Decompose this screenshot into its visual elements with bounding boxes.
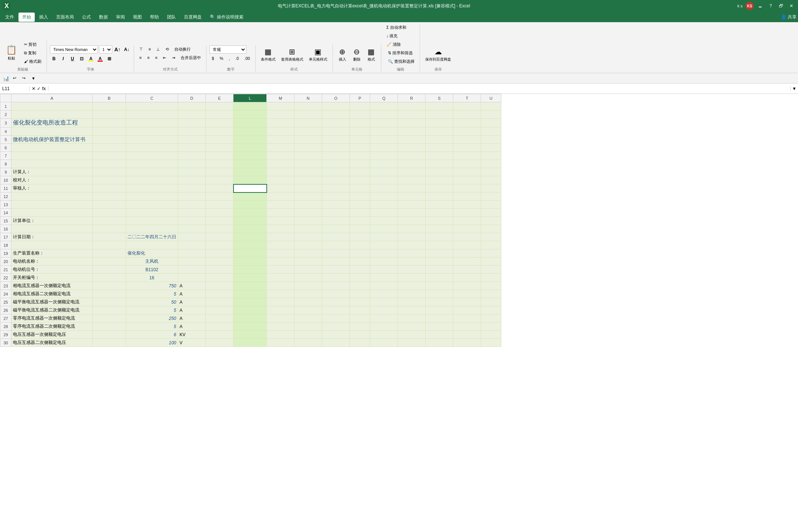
decrease-font-button[interactable]: A↓ (123, 45, 131, 54)
cell-E26[interactable] (206, 306, 233, 314)
cell-P14[interactable] (350, 209, 370, 217)
cell-U12[interactable] (481, 192, 501, 201)
cell-E30[interactable] (206, 339, 233, 347)
cell-S13[interactable] (426, 201, 453, 209)
cell-B27[interactable] (93, 314, 126, 323)
cell-T10[interactable] (453, 176, 481, 184)
cell-S5[interactable] (426, 136, 453, 144)
cell-P12[interactable] (350, 192, 370, 201)
col-header-R[interactable]: R (398, 94, 426, 102)
cell-P16[interactable] (350, 225, 370, 233)
cell-R10[interactable] (398, 176, 426, 184)
menu-review[interactable]: 审阅 (112, 13, 129, 22)
cell-A21[interactable]: 电动机位号： (11, 266, 93, 274)
cell-D16[interactable] (178, 225, 206, 233)
cell-P13[interactable] (350, 201, 370, 209)
col-header-Q[interactable]: Q (370, 94, 398, 102)
cell-R19[interactable] (398, 249, 426, 258)
cell-A2[interactable] (11, 110, 93, 119)
cell-L13[interactable] (233, 201, 267, 209)
percent-button[interactable]: % (217, 55, 225, 62)
cell-P19[interactable] (350, 249, 370, 258)
cell-N9[interactable] (294, 168, 322, 176)
cell-E13[interactable] (206, 201, 233, 209)
cell-O26[interactable] (322, 306, 350, 314)
cell-O3[interactable] (322, 119, 350, 127)
cell-M14[interactable] (267, 209, 294, 217)
cell-E16[interactable] (206, 225, 233, 233)
cell-N23[interactable] (294, 282, 322, 290)
cell-C17[interactable]: 二〇二二年四月二十六日 (126, 233, 178, 241)
cell-Q11[interactable] (370, 184, 398, 192)
cell-C21[interactable]: B1102 (126, 266, 178, 274)
cell-Q26[interactable] (370, 306, 398, 314)
italic-button[interactable]: I (59, 55, 67, 63)
cell-T24[interactable] (453, 290, 481, 298)
cell-B12[interactable] (93, 192, 126, 201)
cell-R21[interactable] (398, 266, 426, 274)
cell-M11[interactable] (267, 184, 294, 192)
cell-Q8[interactable] (370, 160, 398, 168)
cell-S7[interactable] (426, 152, 453, 160)
cell-A23[interactable]: 相电流互感器一次侧额定电流 (11, 282, 93, 290)
cell-R28[interactable] (398, 323, 426, 331)
col-header-N[interactable]: N (294, 94, 322, 102)
cell-O25[interactable] (322, 298, 350, 306)
cell-E10[interactable] (206, 176, 233, 184)
cell-R17[interactable] (398, 233, 426, 241)
cell-D14[interactable] (178, 209, 206, 217)
cell-R27[interactable] (398, 314, 426, 323)
cell-B10[interactable] (93, 176, 126, 184)
cell-A15[interactable]: 计算单位： (11, 217, 93, 225)
formula-input[interactable] (48, 86, 790, 91)
cell-P27[interactable] (350, 314, 370, 323)
cell-S18[interactable] (426, 241, 453, 249)
wrap-text-button[interactable]: 自动换行 (172, 45, 193, 53)
cell-E2[interactable] (206, 110, 233, 119)
cell-Q2[interactable] (370, 110, 398, 119)
cell-B26[interactable] (93, 306, 126, 314)
fill-color-button[interactable]: A (87, 55, 95, 63)
cell-L19[interactable] (233, 249, 267, 258)
cell-O2[interactable] (322, 110, 350, 119)
cell-R20[interactable] (398, 258, 426, 266)
cell-N25[interactable] (294, 298, 322, 306)
cell-E1[interactable] (206, 102, 233, 110)
menu-team[interactable]: 团队 (163, 13, 180, 22)
cell-L15[interactable] (233, 217, 267, 225)
cell-R1[interactable] (398, 102, 426, 110)
menu-file[interactable]: 文件 (1, 13, 18, 22)
cell-C22[interactable]: 16 (126, 274, 178, 282)
insert-cells-button[interactable]: ⊕ 插入 (336, 44, 349, 65)
row-header-11[interactable]: 11 (0, 184, 11, 192)
cell-P21[interactable] (350, 266, 370, 274)
cell-N11[interactable] (294, 184, 322, 192)
cell-S26[interactable] (426, 306, 453, 314)
menu-page-layout[interactable]: 页面布局 (52, 13, 78, 22)
cell-M30[interactable] (267, 339, 294, 347)
cell-A12[interactable] (11, 192, 93, 201)
cell-M2[interactable] (267, 110, 294, 119)
cell-D29[interactable]: KV (178, 331, 206, 339)
cell-L14[interactable] (233, 209, 267, 217)
menu-view[interactable]: 视图 (129, 13, 146, 22)
cell-A3[interactable]: 催化裂化变电所改造工程 (11, 119, 93, 127)
cell-B7[interactable] (93, 152, 126, 160)
cell-U13[interactable] (481, 201, 501, 209)
col-header-P[interactable]: P (350, 94, 370, 102)
cell-M9[interactable] (267, 168, 294, 176)
paste-button[interactable]: 📋 粘贴 (2, 42, 21, 63)
cell-S21[interactable] (426, 266, 453, 274)
cell-L18[interactable] (233, 241, 267, 249)
cell-D27[interactable]: A (178, 314, 206, 323)
cell-M5[interactable] (267, 136, 294, 144)
cell-T19[interactable] (453, 249, 481, 258)
cell-D24[interactable]: A (178, 290, 206, 298)
cell-R26[interactable] (398, 306, 426, 314)
cell-L16[interactable] (233, 225, 267, 233)
cell-Q17[interactable] (370, 233, 398, 241)
cell-O14[interactable] (322, 209, 350, 217)
cell-N13[interactable] (294, 201, 322, 209)
cell-U22[interactable] (481, 274, 501, 282)
cell-P5[interactable] (350, 136, 370, 144)
